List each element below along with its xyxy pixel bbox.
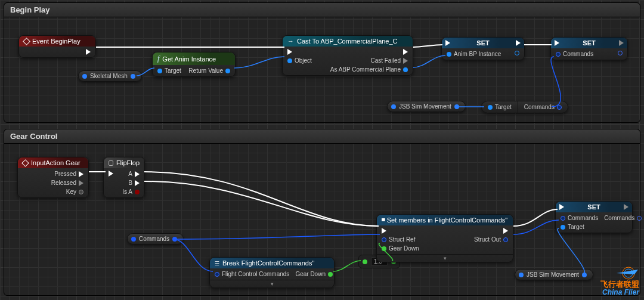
exec-out-pin[interactable] <box>474 228 508 234</box>
node-event-beginplay[interactable]: Event BeginPlay <box>18 35 96 58</box>
pin-dot[interactable] <box>454 104 459 109</box>
var-commands[interactable]: Commands <box>127 233 184 245</box>
exec-out-pin[interactable] <box>86 49 91 55</box>
var-label: Commands <box>139 236 169 242</box>
pin-dot[interactable] <box>519 273 524 277</box>
pin-key[interactable]: Key <box>51 188 83 195</box>
expand-toggle[interactable]: ▾ <box>210 280 334 287</box>
pin-gear-down-out[interactable]: Gear Down <box>295 271 333 277</box>
pin-commands-out[interactable] <box>557 105 562 110</box>
node-title: Break FlightControlCommands" <box>222 259 314 267</box>
node-title: SET <box>476 39 489 47</box>
pin-is-a[interactable]: Is A <box>122 188 140 195</box>
watermark-text: 飞行者联盟 <box>600 280 639 289</box>
pin-dot[interactable] <box>391 104 396 109</box>
pin-animbp-out[interactable] <box>515 51 519 55</box>
exec-in-pin[interactable] <box>445 40 450 46</box>
struct-icon <box>382 217 384 224</box>
pin-dot[interactable] <box>131 237 136 242</box>
var-label: JSB Sim Movement <box>527 271 579 278</box>
watermark-subtext: China Flier <box>600 289 639 296</box>
exec-out-pin[interactable] <box>624 204 628 210</box>
var-label: JSB Sim Movement <box>399 103 451 110</box>
exec-in-pin[interactable] <box>555 40 559 46</box>
node-break-flightcontrol[interactable]: Break FlightControlCommands" Flight Cont… <box>209 257 335 288</box>
comment-title[interactable]: Gear Control <box>4 129 640 144</box>
node-cast-to-abp[interactable]: Cast To ABP_CommercialPlane_C Object Cas… <box>282 35 413 76</box>
pin-struct-out[interactable]: Struct Out <box>474 236 508 243</box>
node-set-animbp[interactable]: SET Anim BP Instance <box>441 37 525 60</box>
exec-in-pin[interactable] <box>382 228 419 234</box>
pin-dot[interactable] <box>172 237 177 242</box>
exec-out-pin[interactable] <box>516 40 521 46</box>
pin-commands-in[interactable]: Commands <box>556 51 593 57</box>
cast-icon <box>287 38 294 45</box>
node-title: Event BeginPlay <box>32 38 80 45</box>
exec-b-pin[interactable]: B <box>122 180 140 186</box>
node-target-commands[interactable]: Target Commands <box>481 101 568 113</box>
pin-animbp-in[interactable]: Anim BP Instance <box>447 51 501 57</box>
exec-released-pin[interactable]: Released <box>51 180 83 186</box>
pin-target[interactable] <box>488 105 493 110</box>
pin-commands-in[interactable]: Commands <box>561 215 598 221</box>
function-icon: f <box>157 54 159 63</box>
node-title: FlipFlop <box>116 159 140 166</box>
watermark: 飞行者联盟 China Flier <box>600 264 639 296</box>
node-inputaction-gear[interactable]: InputAction Gear Pressed Released Key <box>17 157 89 198</box>
node-title: SET <box>583 39 595 47</box>
node-set-members[interactable]: Set members in FlightControlCommands" St… <box>376 214 513 262</box>
pin-struct-ref[interactable]: Struct Ref <box>382 236 419 243</box>
exec-a-pin[interactable]: A <box>122 171 140 177</box>
pin-gear-down-in[interactable]: Gear Down <box>382 245 419 252</box>
exec-out-pin[interactable] <box>330 49 408 55</box>
exec-pressed-pin[interactable]: Pressed <box>51 171 83 177</box>
comment-gear-control: Gear Control InputAction Gear Pressed Re… <box>4 129 640 296</box>
exec-cast-failed-pin[interactable]: Cast Failed <box>330 57 408 64</box>
macro-icon <box>109 160 113 166</box>
pin-dot[interactable] <box>131 74 135 79</box>
node-flipflop[interactable]: FlipFlop A B Is A <box>103 157 145 198</box>
pin-object[interactable]: Object <box>287 57 312 64</box>
node-title: InputAction Gear <box>31 159 80 166</box>
node-title: Cast To ABP_CommercialPlane_C <box>297 38 398 45</box>
pin-commands-out[interactable]: Commands <box>604 215 642 221</box>
pin-target-in[interactable]: Target <box>561 224 598 230</box>
node-get-anim-instance[interactable]: f Get Anim Instance Target Return Value <box>152 52 236 77</box>
exec-in-pin[interactable] <box>559 204 564 210</box>
pin-as-abp[interactable]: As ABP Commercial Plane <box>330 66 408 73</box>
pin-dot[interactable] <box>582 273 587 277</box>
event-icon <box>23 38 30 45</box>
pin-dot[interactable] <box>82 74 87 79</box>
node-set-commands-right[interactable]: SET Commands Target Commands <box>555 201 633 233</box>
node-title: SET <box>587 203 600 211</box>
pin-flightcontrolcommands[interactable]: Flight Control Commands <box>215 271 289 277</box>
node-title: Set members in FlightControlCommands" <box>387 217 508 224</box>
var-label: Skeletal Mesh <box>90 73 128 79</box>
comment-begin-play: Begin Play Event BeginPlay Skeletal Mesh <box>4 2 640 123</box>
var-jsb-sim-movement[interactable]: JSB Sim Movement <box>515 269 593 280</box>
struct-icon <box>215 259 219 267</box>
pin-return-value[interactable]: Return Value <box>188 67 230 74</box>
event-icon <box>21 159 29 167</box>
exec-in-pin[interactable] <box>287 49 312 55</box>
node-set-commands[interactable]: SET Commands <box>550 37 628 60</box>
exec-out-pin[interactable] <box>619 40 624 46</box>
node-title: Get Anim Instance <box>162 55 216 63</box>
expand-toggle[interactable]: ▾ <box>377 254 513 262</box>
exec-in-pin[interactable] <box>109 171 113 177</box>
pin-target[interactable]: Target <box>157 67 181 74</box>
pin-float-in[interactable] <box>363 259 367 264</box>
var-skeletal-mesh[interactable]: Skeletal Mesh <box>78 70 142 82</box>
var-jsb-sim-movement[interactable]: JSB Sim Movement <box>387 101 466 112</box>
pin-commands-out[interactable] <box>618 51 623 55</box>
comment-title[interactable]: Begin Play <box>4 3 640 17</box>
